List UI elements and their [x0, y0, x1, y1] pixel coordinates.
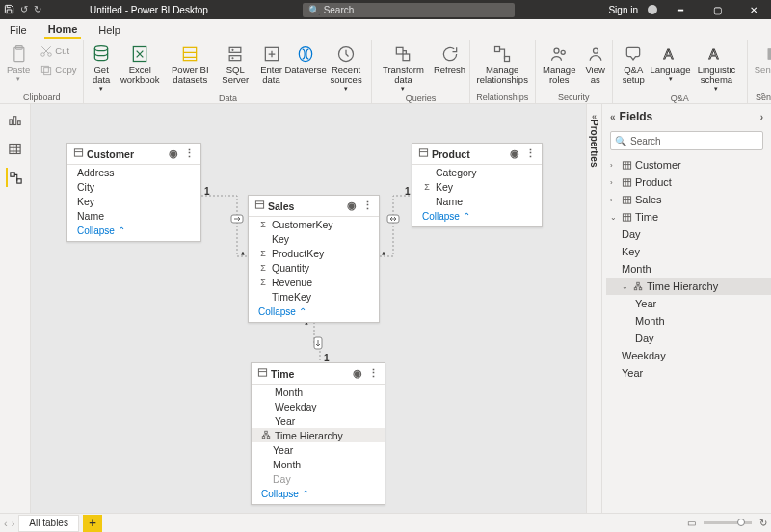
collapse-ribbon-button[interactable]: ⌃	[759, 92, 767, 101]
eye-icon[interactable]: ◉	[510, 147, 519, 160]
sql-server-button[interactable]: SQL Server	[219, 42, 253, 93]
svg-rect-46	[623, 196, 630, 202]
tree-item-h-year[interactable]: Year	[606, 295, 771, 312]
dataverse-button[interactable]: Dataverse	[290, 42, 320, 93]
cardinality-many: *	[241, 251, 245, 261]
collapse-fields-icon[interactable]: «	[610, 112, 616, 122]
relationship-direction-icon	[311, 336, 325, 350]
entity-sales[interactable]: Sales ◉⋮ ΣCustomerKey Key ΣProductKey ΣQ…	[248, 195, 380, 323]
cardinality-one: 1	[405, 186, 411, 197]
paste-button[interactable]: Paste ▾	[4, 42, 33, 93]
get-data-button[interactable]: Get data▾	[88, 42, 114, 93]
menu-home[interactable]: Home	[44, 21, 82, 39]
tree-item-key[interactable]: Key	[606, 243, 771, 260]
eye-icon[interactable]: ◉	[353, 367, 362, 380]
search-icon: 🔍	[308, 5, 320, 15]
menu-help[interactable]: Help	[94, 22, 124, 38]
more-icon[interactable]: ⋮	[525, 147, 536, 160]
table-icon	[73, 147, 83, 160]
close-button[interactable]: ✕	[740, 0, 767, 19]
tree-item-customer[interactable]: ›Customer	[606, 156, 771, 173]
undo-icon[interactable]: ↺	[20, 4, 28, 16]
status-bar: ‹ › All tables + ▭ ↻	[0, 513, 771, 532]
relationship-direction-icon	[230, 212, 244, 226]
data-view-button[interactable]	[6, 139, 25, 158]
qa-setup-button[interactable]: Q&A setup	[617, 42, 651, 93]
fields-tree: ›Customer ›Product ›Sales ⌄Time Day Key …	[602, 156, 771, 382]
menu-file[interactable]: File	[6, 22, 31, 38]
refresh-button[interactable]: Refresh	[435, 42, 465, 93]
svg-rect-16	[403, 54, 410, 61]
collapse-link[interactable]: Collapse⌃	[249, 304, 379, 322]
svg-rect-41	[265, 431, 268, 433]
entity-time[interactable]: Time ◉⋮ Month Weekday Year Time Hierarch…	[251, 362, 386, 505]
model-canvas[interactable]: 1 * * 1 * 1 Customer ◉⋮ Address City Key…	[31, 104, 586, 513]
add-layout-button[interactable]: +	[83, 515, 102, 532]
main-area: 1 * * 1 * 1 Customer ◉⋮ Address City Key…	[0, 104, 771, 513]
tree-item-sales[interactable]: ›Sales	[606, 191, 771, 208]
more-icon[interactable]: ⋮	[362, 200, 373, 212]
global-search[interactable]: 🔍 Search	[303, 3, 515, 17]
manage-relationships-button[interactable]: Manage relationships	[474, 42, 531, 93]
svg-point-12	[232, 58, 233, 59]
sign-in-link[interactable]: Sign in	[608, 5, 638, 15]
tree-item-month[interactable]: Month	[606, 260, 771, 278]
transform-data-button[interactable]: Transform data▾	[376, 42, 430, 93]
collapse-link[interactable]: Collapse⌃	[252, 486, 385, 504]
enter-data-button[interactable]: Enter data	[256, 42, 287, 93]
avatar-icon[interactable]	[648, 5, 657, 14]
more-icon[interactable]: ⋮	[184, 147, 195, 160]
ribbon-group-clipboard: Paste ▾ Cut Copy Clipboard	[0, 40, 84, 103]
copy-button[interactable]: Copy	[37, 62, 79, 79]
tree-item-h-month[interactable]: Month	[606, 312, 771, 330]
tree-item-product[interactable]: ›Product	[606, 173, 771, 191]
view-as-button[interactable]: View as	[583, 42, 608, 93]
svg-rect-10	[229, 56, 241, 61]
redo-icon[interactable]: ↻	[34, 4, 41, 16]
report-view-button[interactable]	[6, 110, 25, 129]
save-icon[interactable]	[4, 4, 14, 16]
fit-to-page-button[interactable]: ▭	[687, 518, 696, 528]
datasets-button[interactable]: Power BI datasets	[166, 42, 215, 93]
more-icon[interactable]: ⋮	[368, 367, 379, 380]
zoom-reset-button[interactable]: ↻	[759, 518, 767, 528]
recent-sources-button[interactable]: Recent sources▾	[325, 42, 368, 93]
expand-fields-icon[interactable]: ›	[760, 112, 763, 122]
tree-item-weekday[interactable]: Weekday	[606, 347, 771, 364]
svg-rect-47	[623, 213, 630, 220]
entity-customer[interactable]: Customer ◉⋮ Address City Key Name Collap…	[66, 143, 201, 242]
prev-tab-button[interactable]: ‹	[4, 518, 8, 529]
collapse-link[interactable]: Collapse⌃	[67, 223, 200, 241]
sigma-icon: Σ	[258, 220, 268, 229]
fields-search[interactable]: 🔍 Search	[610, 131, 763, 150]
svg-rect-38	[255, 201, 263, 208]
sensitivity-button[interactable]: Sensitivity▾	[752, 42, 771, 93]
language-button[interactable]: A Language▾	[654, 42, 686, 93]
tree-item-day[interactable]: Day	[606, 226, 771, 243]
svg-rect-18	[505, 57, 510, 62]
maximize-button[interactable]: ▢	[704, 0, 731, 19]
collapse-link[interactable]: Collapse⌃	[412, 208, 542, 226]
minimize-button[interactable]: ━	[667, 0, 694, 19]
cardinality-one: 1	[204, 186, 210, 197]
layout-tab-all-tables[interactable]: All tables	[18, 515, 79, 532]
next-tab-button[interactable]: ›	[12, 518, 15, 529]
svg-text:A: A	[663, 45, 673, 62]
svg-rect-39	[419, 149, 427, 156]
entity-product[interactable]: Product ◉⋮ Category ΣKey Name Collapse⌃	[412, 143, 543, 227]
model-view-button[interactable]	[6, 168, 25, 187]
eye-icon[interactable]: ◉	[347, 200, 357, 212]
excel-workbook-button[interactable]: Excel workbook	[119, 42, 162, 93]
tree-item-h-day[interactable]: Day	[606, 330, 771, 347]
menu-bar: File Home Help	[0, 19, 771, 40]
linguistic-schema-button[interactable]: A Linguistic schema▾	[690, 42, 743, 93]
manage-roles-button[interactable]: Manage roles	[540, 42, 579, 93]
eye-icon[interactable]: ◉	[169, 147, 178, 160]
tree-item-time[interactable]: ⌄Time	[606, 208, 771, 226]
time-hierarchy-row[interactable]: Time Hierarchy	[252, 428, 385, 442]
tree-item-year[interactable]: Year	[606, 364, 771, 382]
ribbon-group-security: Manage roles View as Security	[536, 40, 613, 103]
cut-button[interactable]: Cut	[37, 42, 79, 60]
svg-point-19	[554, 48, 559, 53]
tree-item-time-hierarchy[interactable]: ⌄Time Hierarchy	[606, 278, 771, 295]
